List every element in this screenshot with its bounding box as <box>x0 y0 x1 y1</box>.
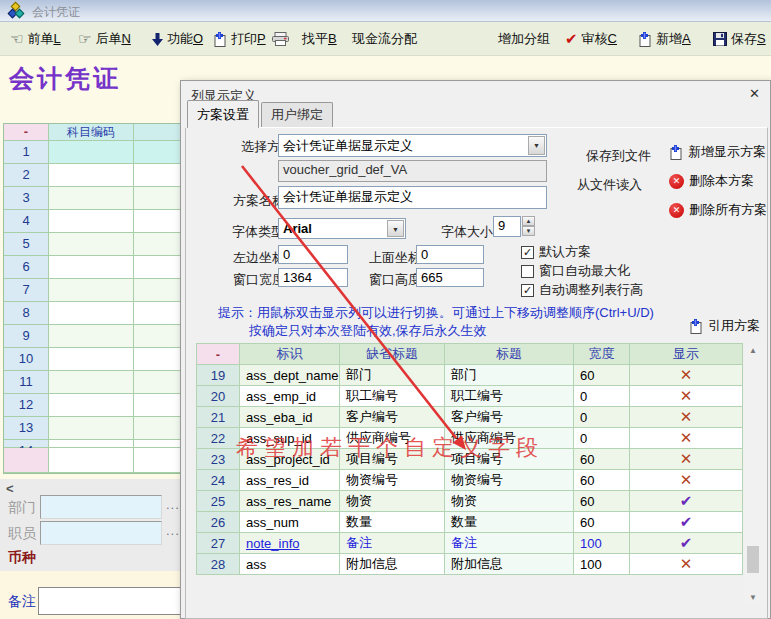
visibility-cell[interactable]: ✕ <box>630 554 743 575</box>
scheme-button[interactable]: ✕删除本方案 <box>669 172 767 190</box>
voucher-row[interactable]: 9 <box>4 325 183 348</box>
title-cell[interactable]: 职工编号 <box>445 386 574 407</box>
font-type-combo[interactable]: Arial ▼ <box>278 218 406 239</box>
save-to-file-button[interactable]: 保存到文件 <box>586 147 651 165</box>
width-cell[interactable]: 100 <box>574 554 630 575</box>
next-voucher-button[interactable]: ☞ 后单N <box>78 22 131 56</box>
option-checkbox-row[interactable]: ✓默认方案 <box>521 245 643 259</box>
default-title-cell[interactable]: 项目编号 <box>340 449 445 470</box>
field-id-cell[interactable]: ass_eba_id <box>240 407 340 428</box>
voucher-cell[interactable] <box>134 394 183 417</box>
cashflow-allocate-button[interactable]: 现金流分配 <box>352 22 417 56</box>
field-id-cell[interactable]: ass_res_name <box>240 491 340 512</box>
default-title-cell[interactable]: 物资 <box>340 491 445 512</box>
visibility-cell[interactable]: ✔ <box>630 512 743 533</box>
visibility-cell[interactable]: ✕ <box>630 449 743 470</box>
checkbox-icon[interactable]: ✓ <box>521 246 534 259</box>
new-voucher-button[interactable]: 新增A <box>638 22 691 56</box>
table-scrollbar[interactable]: ▲ ▼ <box>745 343 761 605</box>
default-title-cell[interactable]: 备注 <box>340 533 445 554</box>
title-cell[interactable]: 客户编号 <box>445 407 574 428</box>
header-title[interactable]: 标题 <box>445 344 574 365</box>
voucher-row[interactable]: 4 <box>4 210 183 233</box>
width-cell[interactable]: 60 <box>574 470 630 491</box>
voucher-cell[interactable] <box>134 233 183 256</box>
account-code-cell[interactable] <box>49 210 134 233</box>
account-code-cell[interactable] <box>49 164 134 187</box>
voucher-row[interactable]: 3 <box>4 187 183 210</box>
visibility-cell[interactable]: ✕ <box>630 407 743 428</box>
default-title-cell[interactable]: 物资编号 <box>340 470 445 491</box>
close-icon[interactable]: ✕ <box>749 86 760 101</box>
dept-lookup-button[interactable]: ... <box>166 497 180 512</box>
column-def-row[interactable]: 25ass_res_name物资物资60✔ <box>197 491 743 512</box>
header-field-id[interactable]: 标识 <box>240 344 340 365</box>
column-def-row[interactable]: 22ass_sup_id供应商编号供应商编号0✕ <box>197 428 743 449</box>
visibility-cell[interactable]: ✕ <box>630 470 743 491</box>
win-height-input[interactable]: 665 <box>416 268 484 287</box>
field-id-cell[interactable]: ass_emp_id <box>240 386 340 407</box>
emp-lookup-button[interactable]: ... <box>166 523 180 538</box>
visibility-cell[interactable]: ✔ <box>630 533 743 554</box>
field-id-cell[interactable]: ass_num <box>240 512 340 533</box>
voucher-row[interactable]: 8 <box>4 302 183 325</box>
scheme-button[interactable]: ✕删除所有方案 <box>669 201 767 219</box>
scroll-up-icon[interactable]: ▲ <box>745 343 761 358</box>
field-id-cell[interactable]: ass_sup_id <box>240 428 340 449</box>
width-cell[interactable]: 0 <box>574 407 630 428</box>
account-code-cell[interactable] <box>49 325 134 348</box>
voucher-cell[interactable] <box>134 325 183 348</box>
note-input[interactable] <box>38 587 183 615</box>
collapse-arrow-icon[interactable]: < <box>6 481 14 496</box>
account-code-cell[interactable] <box>49 394 134 417</box>
default-title-cell[interactable]: 部门 <box>340 365 445 386</box>
voucher-row[interactable]: 2 <box>4 164 183 187</box>
title-cell[interactable]: 数量 <box>445 512 574 533</box>
field-id-cell[interactable]: ass <box>240 554 340 575</box>
emp-input[interactable] <box>40 521 162 545</box>
column-def-row[interactable]: 19ass_dept_name部门部门60✕ <box>197 365 743 386</box>
title-cell[interactable]: 物资编号 <box>445 470 574 491</box>
account-code-cell[interactable] <box>49 371 134 394</box>
title-cell[interactable]: 项目编号 <box>445 449 574 470</box>
print-button[interactable]: 打印P <box>213 22 266 56</box>
balance-button[interactable]: 找平B <box>302 22 337 56</box>
column-def-row[interactable]: 27note_info备注备注100✔ <box>197 533 743 554</box>
voucher-cell[interactable] <box>134 440 183 448</box>
account-code-cell[interactable] <box>49 141 134 164</box>
title-cell[interactable]: 附加信息 <box>445 554 574 575</box>
account-code-cell[interactable] <box>49 348 134 371</box>
account-code-cell[interactable] <box>49 302 134 325</box>
width-cell[interactable]: 0 <box>574 428 630 449</box>
voucher-cell[interactable] <box>134 302 183 325</box>
voucher-row[interactable]: 7 <box>4 279 183 302</box>
voucher-cell[interactable] <box>134 256 183 279</box>
voucher-row[interactable]: 6 <box>4 256 183 279</box>
voucher-cell[interactable] <box>134 141 183 164</box>
default-title-cell[interactable]: 附加信息 <box>340 554 445 575</box>
width-cell[interactable]: 60 <box>574 491 630 512</box>
option-checkbox-row[interactable]: 窗口自动最大化 <box>521 264 643 278</box>
title-cell[interactable]: 备注 <box>445 533 574 554</box>
voucher-cell[interactable] <box>134 210 183 233</box>
voucher-row[interactable]: 5 <box>4 233 183 256</box>
account-code-cell[interactable] <box>49 256 134 279</box>
voucher-row[interactable]: 1 <box>4 141 183 164</box>
tab-user-binding[interactable]: 用户绑定 <box>261 102 333 128</box>
width-cell[interactable]: 0 <box>574 386 630 407</box>
field-id-cell[interactable]: ass_res_id <box>240 470 340 491</box>
chevron-down-icon[interactable]: ▼ <box>528 136 545 155</box>
default-title-cell[interactable]: 供应商编号 <box>340 428 445 449</box>
header-visible[interactable]: 显示 <box>630 344 743 365</box>
font-size-input[interactable]: 9 <box>493 216 521 237</box>
account-code-cell[interactable] <box>49 440 134 448</box>
width-cell[interactable]: 100 <box>574 533 630 554</box>
printer-icon-button[interactable] <box>272 22 289 56</box>
title-cell[interactable]: 供应商编号 <box>445 428 574 449</box>
apply-scheme-button[interactable]: 引用方案 <box>689 317 760 335</box>
top-coord-input[interactable]: 0 <box>416 245 484 264</box>
checkbox-icon[interactable] <box>521 265 534 278</box>
save-button[interactable]: 保存S <box>713 22 766 56</box>
default-title-cell[interactable]: 数量 <box>340 512 445 533</box>
width-cell[interactable]: 60 <box>574 512 630 533</box>
